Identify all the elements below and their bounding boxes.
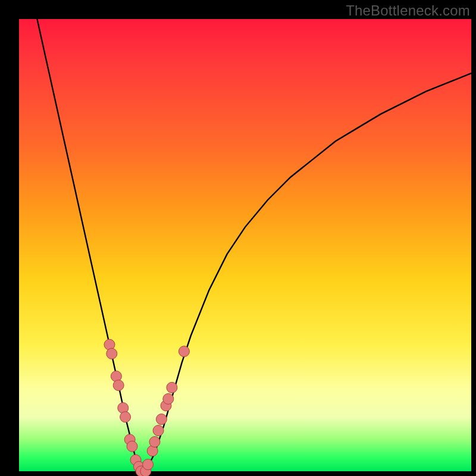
marker-dot [178, 346, 189, 357]
marker-dot [156, 414, 167, 425]
marker-dot [153, 425, 164, 436]
chart-frame: TheBottleneck.com [0, 0, 476, 476]
marker-dot [163, 393, 174, 404]
curve-layer [19, 19, 471, 471]
marker-dot [113, 380, 124, 391]
bottleneck-curve-path [37, 19, 471, 471]
marker-dot [167, 382, 177, 393]
marker-dot [143, 459, 154, 470]
marker-dot [107, 348, 117, 359]
marker-dot [149, 437, 160, 447]
watermark-text: TheBottleneck.com [346, 2, 470, 19]
marker-dot [120, 412, 131, 422]
marker-group [104, 339, 189, 476]
marker-dot [127, 441, 137, 452]
